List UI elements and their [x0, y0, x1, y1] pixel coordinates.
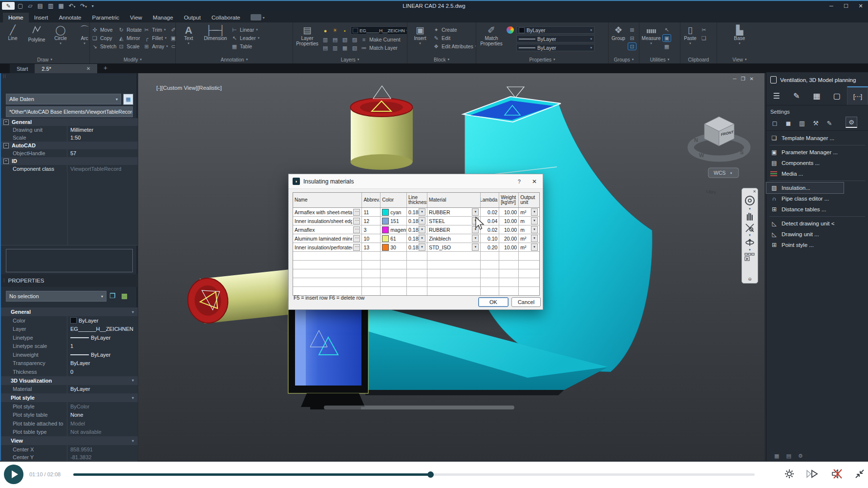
section-view[interactable]: View▾ — [1, 436, 138, 445]
panel-label-modify[interactable]: Modify▾ — [90, 56, 175, 63]
fillet-button[interactable]: ╭Fillet▾ — [143, 35, 168, 41]
tab-insert[interactable]: Insert — [29, 13, 54, 22]
section-autocad[interactable]: −AutoCAD — [1, 142, 138, 149]
close-button[interactable]: ✕ — [853, 1, 868, 11]
circle-button[interactable]: ◯Circle▾ — [49, 24, 72, 45]
more-options-tab[interactable]: [⋯] — [847, 86, 868, 105]
maximize-button[interactable]: ☐ — [839, 1, 853, 11]
menu-components[interactable]: ▤Components ... — [766, 158, 868, 168]
exit-fullscreen-icon[interactable] — [854, 468, 865, 479]
qat-customize-icon[interactable]: ▾ — [92, 4, 94, 8]
viewport-minimize-icon[interactable]: ─ — [733, 76, 737, 81]
navbar-close-icon[interactable]: ✕ — [753, 189, 756, 194]
group-edit-button[interactable]: ⊟ — [628, 35, 636, 41]
empty-row[interactable] — [293, 287, 539, 295]
compass-w[interactable]: W — [699, 152, 704, 158]
dropdown-arrow-icon[interactable]: ▼ — [472, 235, 479, 242]
calculator-icon[interactable]: ▦ — [806, 86, 826, 105]
edit-attributes-button[interactable]: ❖Edit Attributes▾ — [433, 43, 476, 50]
frame-settings-icon[interactable]: ◻ — [769, 118, 780, 128]
linear-button[interactable]: ⊢Linear▾ — [231, 26, 259, 33]
open-folder-icon[interactable]: ▱ — [28, 2, 32, 9]
layer-delete-icon[interactable]: ▧ — [351, 44, 359, 51]
row-thickness[interactable]: Thickness0 — [1, 367, 138, 377]
steering-wheel-icon[interactable] — [744, 195, 756, 206]
close-tab-icon[interactable]: ✕ — [86, 66, 90, 71]
redo-icon[interactable]: ↷▾ — [80, 2, 87, 9]
panel-label-draw[interactable]: Draw▾ — [0, 56, 89, 63]
row-plot-table-attached[interactable]: Plot table attached toModel — [1, 419, 138, 428]
layer-properties-button[interactable]: ▤Layer Properties — [295, 24, 320, 46]
layer-lock-icon[interactable]: ▪ — [341, 27, 349, 34]
edit-pencil-icon[interactable]: ✎ — [786, 86, 806, 105]
stretch-button[interactable]: ↘Stretch — [91, 43, 116, 50]
section-id[interactable]: −ID — [1, 157, 138, 165]
line-button[interactable]: ╱Line — [1, 24, 24, 41]
layer-lock2-icon[interactable]: ▨ — [351, 36, 359, 43]
group-select-toggle[interactable]: ⊡ — [628, 43, 636, 50]
section-3d-visualization[interactable]: 3D Visualization▾ — [1, 376, 138, 385]
dropdown-arrow-icon[interactable]: ▼ — [531, 208, 538, 216]
yellow-pipe-top[interactable] — [351, 86, 413, 170]
zoom-icon[interactable] — [744, 223, 755, 233]
create-block-button[interactable]: ✦Create — [433, 26, 476, 33]
play-button[interactable] — [4, 465, 23, 484]
row-transparency[interactable]: TransparencyByLayer — [1, 359, 138, 368]
tab-collaborate[interactable]: Collaborate — [206, 13, 246, 22]
tab-annotate[interactable]: Annotate — [53, 13, 86, 22]
insert-button[interactable]: ▣Insert▾ — [409, 24, 431, 45]
orbit-icon[interactable] — [744, 238, 756, 247]
menu-drawing-unit[interactable]: ◺Drawing unit ... — [766, 229, 868, 240]
panel-label-groups[interactable]: Groups▾ — [609, 56, 639, 63]
screen-edit-icon[interactable]: ▥ — [797, 118, 807, 128]
scrollbar-hint[interactable] — [324, 406, 514, 409]
row-layer[interactable]: LayerEG______H__ZEICHNEN — [1, 325, 138, 334]
match-layer-button[interactable]: ≔Match Layer — [360, 44, 398, 51]
save-icon[interactable]: ▤ — [38, 2, 43, 9]
text-button[interactable]: AText▾ — [177, 24, 200, 45]
panel-label-clipboard[interactable]: Clipboard — [680, 56, 717, 63]
duct-front-opening[interactable] — [288, 302, 368, 393]
app-logo-icon[interactable]: ✎ — [2, 2, 15, 10]
panel-label-block[interactable]: Block▾ — [407, 56, 476, 63]
layer-select-combo[interactable]: EG_____H__ZEICHN▾ — [351, 26, 407, 35]
save-as-icon[interactable]: ▥ — [48, 2, 53, 9]
row-plot-table-type[interactable]: Plot table typeNot available — [1, 428, 138, 437]
row-linetype[interactable]: LinetypeByLayer — [1, 333, 138, 343]
navigation-bar[interactable]: ✕ ▾ ▾ ▾ ⊖ — [741, 188, 758, 284]
menu-pipe-class-editor[interactable]: ∩Pipe class editor ... — [766, 193, 868, 204]
progress-handle[interactable] — [427, 471, 434, 478]
pipe-edit-icon[interactable]: ✎ — [824, 118, 835, 128]
viewport-close-icon[interactable]: ✕ — [750, 76, 754, 81]
rotate-button[interactable]: ↻Rotate — [118, 26, 142, 33]
group-button[interactable]: ❖Group — [610, 24, 627, 41]
layer-on-icon[interactable]: ● — [321, 27, 329, 34]
dropdown-arrow-icon[interactable]: ▼ — [531, 217, 538, 224]
tab-home[interactable]: Home — [3, 13, 29, 22]
dialog-help-button[interactable]: ? — [512, 179, 526, 184]
dialog-close-button[interactable]: ✕ — [526, 174, 543, 188]
panel-grip[interactable]: ⁞⁞ — [3, 74, 6, 79]
menu-insulation[interactable]: ▨Insulation... — [766, 183, 844, 193]
menu-template-manager[interactable]: ❏Template Manager ... — [766, 133, 868, 143]
table-row[interactable]: Aluminum laminated mineral wool⋯ 10 61 0… — [293, 234, 539, 243]
menu-media[interactable]: Media ... — [766, 168, 868, 179]
layer-off-icon[interactable]: ▥ — [331, 44, 339, 51]
scale-button[interactable]: ⊡Scale — [118, 43, 142, 50]
bottom-icon[interactable]: ▤ — [786, 453, 791, 461]
compass-s[interactable]: S — [740, 149, 743, 155]
measure-button[interactable]: Measure▾ — [641, 24, 661, 45]
menu-distance-tables[interactable]: ⊞Distance tables ... — [766, 204, 868, 215]
menu-parameter-manager[interactable]: ▣Parameter Manager ... — [766, 147, 868, 158]
explode-button[interactable]: ▣ — [169, 35, 175, 41]
section-general[interactable]: −General — [1, 118, 138, 126]
tab-view[interactable]: View — [125, 13, 148, 22]
row-plot-style[interactable]: Plot styleByColor — [1, 402, 138, 411]
table-view-icon[interactable]: ▦ — [123, 94, 133, 105]
selection-dropdown[interactable]: No selection▾ — [6, 291, 106, 302]
ellipsis-button[interactable]: ⋯ — [353, 235, 360, 242]
bottom-icon[interactable]: ⚙ — [798, 453, 803, 461]
dropdown-arrow-icon[interactable]: ▼ — [472, 244, 479, 251]
move-button[interactable]: ✣Move — [91, 26, 116, 33]
polyline-button[interactable]: Polyline — [25, 24, 48, 42]
